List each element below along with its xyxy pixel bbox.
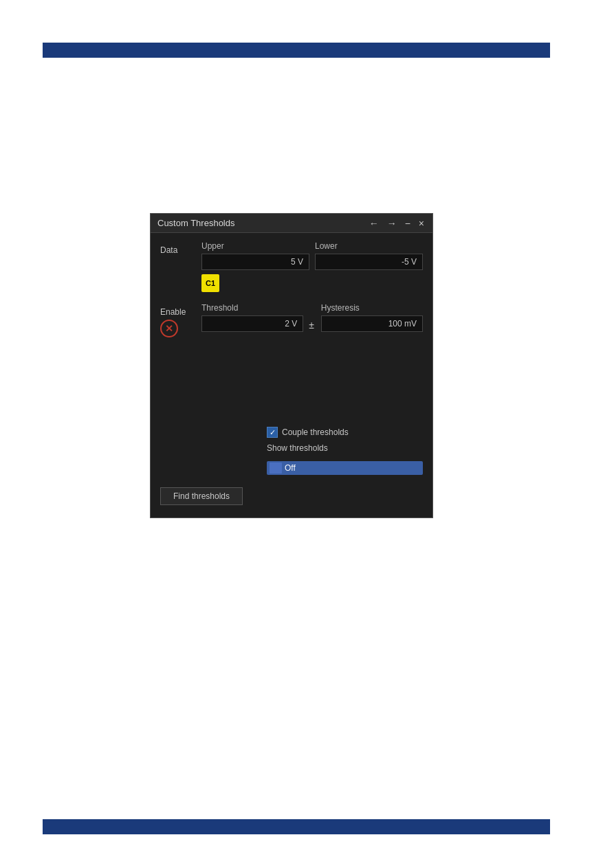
c1-channel-badge[interactable]: C1 — [201, 274, 219, 292]
data-label: Data — [160, 241, 195, 255]
custom-thresholds-dialog: Custom Thresholds ← → − × Data Upper Low… — [150, 213, 433, 518]
bottom-bar — [43, 819, 550, 834]
threshold-input[interactable] — [201, 315, 303, 332]
upper-input[interactable] — [201, 254, 309, 270]
channel-badges: C1 — [201, 274, 423, 292]
spacer — [160, 344, 423, 427]
bottom-row: Find thresholds — [160, 482, 423, 509]
show-thresholds-row: Show thresholds — [160, 443, 423, 453]
threshold-field-wrapper: Threshold — [201, 303, 303, 332]
couple-label: Couple thresholds — [282, 427, 349, 437]
plus-minus-symbol: ± — [309, 303, 316, 332]
close-button[interactable]: × — [417, 219, 426, 228]
hysteresis-field-wrapper: Hysteresis — [321, 303, 423, 332]
dialog-controls: ← → − × — [368, 219, 426, 228]
threshold-label: Threshold — [201, 303, 303, 313]
back-arrow-button[interactable]: ← — [368, 219, 380, 228]
upper-lower-fields: Upper Lower — [201, 241, 423, 270]
lower-input[interactable] — [315, 254, 423, 270]
couple-checkbox[interactable]: ✓ — [267, 427, 278, 438]
upper-field-wrapper: Upper — [201, 241, 309, 270]
hysteresis-label: Hysteresis — [321, 303, 423, 313]
upper-lower-group: Data Upper Lower — [160, 241, 423, 270]
toggle-off-button[interactable]: Off — [267, 461, 423, 475]
show-label: Show thresholds — [267, 443, 328, 453]
enable-label: Enable — [160, 303, 195, 317]
dialog-title: Custom Thresholds — [157, 218, 234, 228]
threshold-hysteresis-group: Enable ✕ Threshold ± Hysteresis — [160, 303, 423, 337]
minimize-button[interactable]: − — [404, 219, 412, 228]
lower-field-wrapper: Lower — [315, 241, 423, 270]
forward-arrow-button[interactable]: → — [386, 219, 398, 228]
dialog-content: Data Upper Lower C1 Enable — [151, 233, 432, 518]
hysteresis-input[interactable] — [321, 315, 423, 332]
toggle-square — [270, 463, 282, 474]
find-thresholds-button[interactable]: Find thresholds — [160, 487, 243, 505]
couple-thresholds-row: ✓ Couple thresholds — [160, 427, 423, 438]
lower-label: Lower — [315, 241, 423, 251]
dialog-titlebar: Custom Thresholds ← → − × — [151, 214, 432, 233]
toggle-text: Off — [285, 463, 296, 473]
spacer-label — [160, 274, 195, 278]
enable-icon[interactable]: ✕ — [160, 320, 178, 337]
threshold-hysteresis-fields: Threshold ± Hysteresis — [201, 303, 423, 332]
upper-label: Upper — [201, 241, 309, 251]
top-bar — [43, 43, 550, 58]
